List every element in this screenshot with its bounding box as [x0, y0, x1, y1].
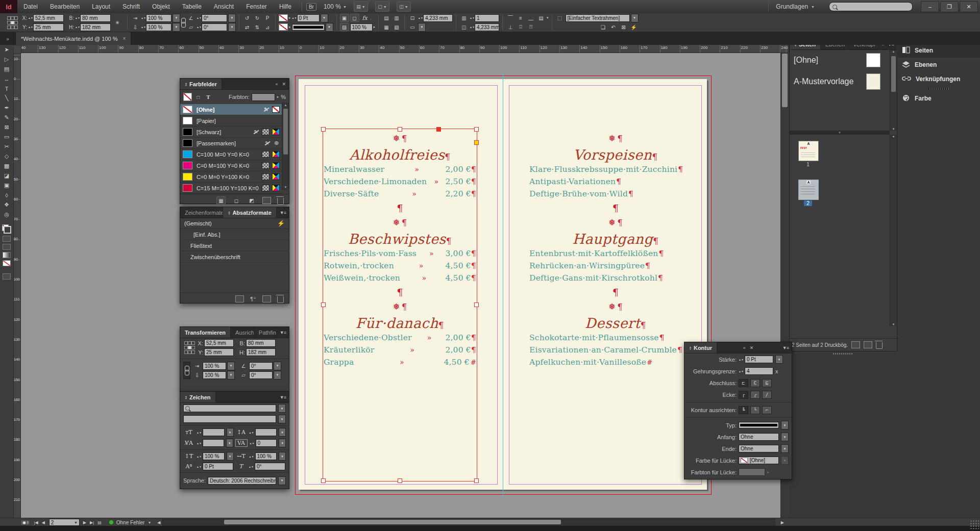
panel-menu-icon[interactable]: ▼≡ [280, 210, 286, 215]
stepper[interactable]: ▲▼ [141, 17, 145, 19]
skew-field[interactable]: 0° [255, 463, 285, 470]
fitting-options-icon[interactable]: ▭ [408, 23, 417, 31]
chevron-down-icon[interactable]: ▼ [278, 404, 286, 413]
flyout-icon[interactable]: ▸ [289, 16, 291, 20]
chevron-down-icon[interactable]: ▼ [775, 355, 783, 364]
stepper[interactable]: ▲▼ [292, 17, 296, 19]
stepper[interactable]: ▲▼ [249, 432, 253, 434]
pencil-tool[interactable]: ✎ [0, 113, 13, 122]
transform-scale-y[interactable]: 100 % [203, 371, 226, 379]
menu-hilfe[interactable]: Hilfe [273, 0, 298, 13]
stepper[interactable]: ▲▼ [418, 17, 422, 19]
align-center-icon[interactable]: ≡ [516, 14, 525, 22]
chevron-down-icon[interactable]: ▼ [227, 371, 235, 380]
panel-menu-icon[interactable]: ▼≡ [280, 330, 286, 335]
fill-proxy-swatch[interactable] [183, 93, 192, 101]
stroke-type-dropdown[interactable] [292, 24, 325, 31]
scroll-left-button[interactable]: ◀ [157, 520, 160, 525]
menu-objekt[interactable]: Objekt [146, 0, 176, 13]
miter-join-button[interactable]: ┌ [739, 391, 748, 399]
swatch-views-icon[interactable]: ▦ [216, 196, 226, 205]
vertical-scale-field[interactable]: 100 % [203, 452, 225, 460]
tint-slider[interactable] [252, 93, 275, 101]
text-orientation-icon[interactable]: ⍐ [526, 23, 535, 31]
stepper[interactable]: ▲▼ [470, 26, 474, 28]
lightning-icon[interactable]: ⚡ [629, 23, 639, 31]
window-resize-grip[interactable] [970, 520, 979, 529]
fx-icon[interactable]: fx [360, 14, 370, 22]
stepper[interactable]: ▲▼ [249, 456, 253, 458]
panel-menu-icon[interactable]: ▼≡ [782, 345, 789, 350]
align-bottom-icon[interactable]: ⎽ [526, 14, 535, 22]
swatch-row[interactable]: [Schwarz] [180, 127, 282, 138]
text-format-icon[interactable]: T [204, 93, 212, 101]
language-dropdown[interactable]: Deutsch: 2006 Rechtschreibr... [208, 477, 276, 485]
stepper[interactable]: ▲▼ [75, 26, 79, 28]
scrollbar-thumb[interactable] [782, 54, 788, 107]
stroke-weight-dropdown[interactable]: 0 Pt [745, 356, 773, 363]
transform-x-field[interactable]: 52,5 mm [204, 339, 234, 347]
transform-h-field[interactable]: 182 mm [246, 348, 276, 356]
frame-handle[interactable] [321, 478, 326, 483]
dock-item-ebenen[interactable]: Ebenen [897, 58, 980, 72]
align-inside-stroke-button[interactable]: └ [750, 406, 760, 414]
text-wrap-object-icon[interactable]: ▦ [382, 23, 391, 31]
pathfinder-tab[interactable]: Pathfin [254, 327, 277, 338]
stepper[interactable]: ▲▼ [470, 17, 474, 19]
stroke-panel-tab[interactable]: ▲▼Kontur [684, 342, 717, 353]
horizontal-scale-field[interactable]: 100 % [255, 452, 277, 460]
chevron-down-icon[interactable]: ▼ [326, 23, 333, 32]
ruler-origin-box[interactable] [13, 45, 21, 54]
menu-layout[interactable]: Layout [86, 0, 116, 13]
stroke-swatch[interactable] [4, 226, 11, 234]
close-tab-icon[interactable]: × [123, 36, 126, 41]
rectangle-tool[interactable]: ▭ [0, 132, 13, 142]
page-thumbnail[interactable]: A [798, 180, 819, 200]
close-panel-icon[interactable]: ✕ [750, 345, 754, 350]
dock-item-seiten[interactable]: Seiten [897, 43, 980, 58]
baseline-options-icon[interactable]: ⊥ [506, 23, 515, 31]
delete-page-button[interactable] [876, 342, 883, 349]
font-family-dropdown[interactable] [183, 404, 276, 412]
chevron-down-icon[interactable]: ▼ [781, 433, 789, 441]
frame-handle[interactable] [398, 478, 402, 483]
line-tool[interactable]: ╲ [0, 93, 13, 103]
scrollbar-thumb[interactable] [224, 520, 561, 524]
chevron-down-icon[interactable]: ▼ [228, 23, 236, 32]
reference-point-selector[interactable] [7, 16, 17, 29]
shear-angle-field[interactable]: 0° [202, 23, 227, 31]
transform-shear[interactable]: 0° [249, 371, 273, 379]
transform-scale-x[interactable]: 100 % [203, 362, 226, 370]
document-status-icon[interactable]: ▤ [97, 520, 102, 525]
master-row[interactable]: [Ohne] [790, 50, 890, 70]
hand-tool[interactable]: ❖ [0, 200, 13, 210]
flyout-icon[interactable]: ▸ [277, 95, 279, 99]
transform-w-field[interactable]: 80 mm [246, 339, 276, 347]
new-page-button[interactable] [864, 341, 872, 348]
swatches-panel-tab[interactable]: ▲▼Farbfelder [180, 79, 222, 89]
workspace-switcher[interactable]: Grundlagen ▼ [768, 2, 822, 11]
document-tab[interactable]: *Weihnachts-Menükarte.indd @ 100 % × [15, 32, 131, 45]
next-page-button[interactable]: ▶ [83, 520, 86, 525]
horizontal-scrollbar[interactable] [162, 519, 775, 526]
arrange-documents-button[interactable]: ◫▼ [397, 2, 411, 12]
screen-mode-toggle[interactable] [3, 273, 11, 280]
inset-spacing-field[interactable]: 4,233 mm [423, 14, 453, 22]
page-number-dropdown[interactable]: 2▼ [49, 519, 80, 526]
scale-y-field[interactable]: 100 % [146, 23, 172, 31]
search-box[interactable] [829, 2, 913, 11]
stroke-color-none-swatch[interactable] [279, 14, 288, 21]
new-swatch-button[interactable] [262, 197, 271, 204]
frame-handle[interactable] [398, 127, 402, 132]
scissors-tool[interactable]: ✂ [0, 142, 13, 151]
align-tab[interactable]: Ausrich [231, 327, 254, 338]
opacity-field[interactable]: 100 % [350, 23, 373, 31]
transform-y-field[interactable]: 25 mm [204, 348, 234, 356]
menu-bearbeiten[interactable]: Bearbeiten [44, 0, 86, 13]
gutter-field[interactable]: 4,233 mm [475, 23, 499, 31]
delete-swatch-button[interactable] [277, 198, 284, 205]
menu-datei[interactable]: Datei [17, 0, 44, 13]
stepper[interactable]: ▲▼ [28, 26, 32, 28]
rotate-cw-icon[interactable]: ↻ [253, 14, 262, 22]
new-style-button[interactable] [262, 295, 271, 302]
